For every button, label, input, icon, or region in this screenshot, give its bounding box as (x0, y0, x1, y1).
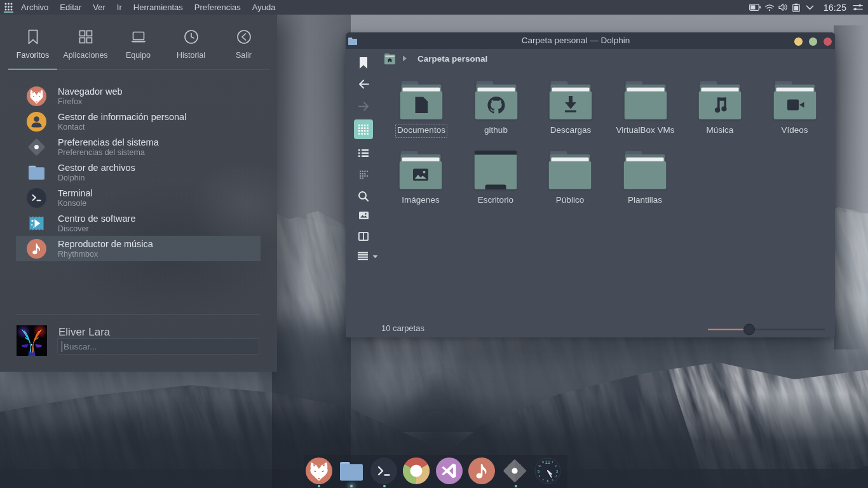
svg-text:9: 9 (538, 470, 539, 473)
svg-text:12: 12 (545, 459, 550, 465)
svg-text:6: 6 (546, 479, 548, 483)
svg-text:3: 3 (556, 470, 558, 473)
svg-text:10: 10 (538, 464, 541, 468)
